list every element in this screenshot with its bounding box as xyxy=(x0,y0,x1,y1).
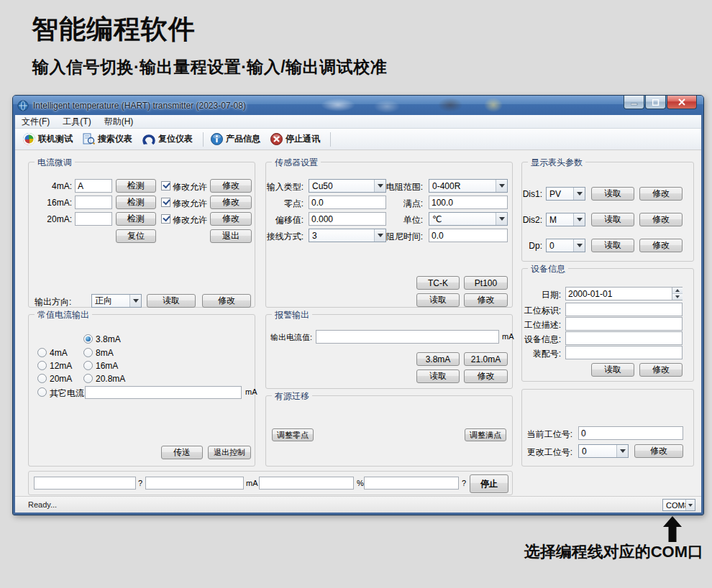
chevron-down-icon xyxy=(496,180,507,192)
radio-4ma[interactable] xyxy=(37,348,47,357)
group-alarm-output: 报警输出 输出电流值: mA 3.8mA 21.0mA 读取 修改 xyxy=(265,314,513,389)
product-info-button[interactable]: 产品信息 xyxy=(207,132,267,147)
alarm-high-button[interactable]: 21.0mA xyxy=(464,352,508,366)
zero-input[interactable] xyxy=(309,196,386,209)
monitor-value-2[interactable] xyxy=(145,477,244,490)
chevron-down-icon xyxy=(616,445,628,457)
tck-button[interactable]: TC-K xyxy=(416,276,460,290)
dis1-read-button[interactable]: 读取 xyxy=(591,187,634,201)
reset-instrument-button[interactable]: 复位仪表 xyxy=(139,132,199,147)
dp-select[interactable]: 0 xyxy=(546,239,585,252)
trim-16ma-modify-button[interactable]: 修改 xyxy=(210,196,252,209)
pt100-button[interactable]: Pt100 xyxy=(464,276,508,290)
dis2-modify-button[interactable]: 修改 xyxy=(639,213,683,226)
dp-modify-button[interactable]: 修改 xyxy=(639,239,683,252)
trim-20ma-input[interactable] xyxy=(75,212,112,226)
stop-comm-button[interactable]: 停止通讯 xyxy=(267,132,327,147)
trim-16ma-input[interactable] xyxy=(75,196,112,209)
offset-input[interactable] xyxy=(309,212,386,226)
wiring-select[interactable]: 3 xyxy=(309,229,386,242)
monitor-value-3[interactable] xyxy=(259,477,354,490)
unit-select[interactable]: ℃ xyxy=(429,212,508,226)
radio-12ma[interactable] xyxy=(37,361,47,370)
radio-16ma[interactable] xyxy=(83,361,93,370)
dis1-select[interactable]: PV xyxy=(546,187,585,201)
group-display-params: 显示表头参数 Dis1: PV 读取 修改 Dis2: M 读取 修改 Dp: … xyxy=(521,162,694,262)
trim-20ma-detect-button[interactable]: 检测 xyxy=(116,212,156,226)
output-direction-select[interactable]: 正向 xyxy=(91,294,142,308)
search-icon xyxy=(83,133,95,145)
radio-8ma[interactable] xyxy=(83,348,93,357)
alarm-current-input[interactable] xyxy=(316,330,499,344)
date-input[interactable] xyxy=(565,287,683,300)
station-desc-input[interactable] xyxy=(565,317,683,331)
monitor-value-4[interactable] xyxy=(364,477,459,490)
output-direction-modify-button[interactable]: 修改 xyxy=(202,294,251,308)
station-modify-button[interactable]: 修改 xyxy=(634,444,683,458)
date-spinner[interactable] xyxy=(672,288,683,300)
minimize-button[interactable] xyxy=(624,96,644,109)
trim-4ma-modify-button[interactable]: 修改 xyxy=(210,179,252,193)
sensor-modify-button[interactable]: 修改 xyxy=(464,293,508,307)
other-current-input[interactable] xyxy=(85,386,242,399)
trim-20ma-allow-label: 修改允许 xyxy=(173,214,207,226)
online-test-button[interactable]: 联机测试 xyxy=(19,132,79,147)
trim-reset-button[interactable]: 复位 xyxy=(116,229,156,243)
trim-20ma-modify-button[interactable]: 修改 xyxy=(210,212,252,226)
resistance-range-select[interactable]: 0-400R xyxy=(429,179,508,193)
chevron-down-icon xyxy=(573,188,585,200)
maximize-icon xyxy=(652,99,659,106)
stop-button[interactable]: 停止 xyxy=(470,474,508,493)
radio-3-8ma[interactable] xyxy=(83,334,93,344)
menu-tools[interactable]: 工具(T) xyxy=(56,115,97,128)
send-button[interactable]: 传送 xyxy=(161,446,203,459)
exit-control-button[interactable]: 退出控制 xyxy=(208,446,251,459)
trim-16ma-allow-checkbox[interactable] xyxy=(161,198,170,207)
output-direction-read-button[interactable]: 读取 xyxy=(147,294,196,308)
trim-16ma-detect-button[interactable]: 检测 xyxy=(116,196,156,209)
alarm-low-button[interactable]: 3.8mA xyxy=(416,352,460,366)
chevron-down-icon xyxy=(374,229,385,242)
adjust-full-button[interactable]: 调整满点 xyxy=(465,428,506,441)
damping-input[interactable] xyxy=(429,229,508,242)
radio-other-current[interactable] xyxy=(37,387,47,397)
adjust-zero-button[interactable]: 调整零点 xyxy=(272,428,314,441)
stop-icon xyxy=(270,133,283,145)
trim-4ma-input[interactable] xyxy=(75,179,112,193)
radio-20-8ma[interactable] xyxy=(83,374,93,383)
station-id-input[interactable] xyxy=(565,303,683,316)
sensor-read-button[interactable]: 读取 xyxy=(416,293,460,307)
chevron-down-icon xyxy=(573,239,585,252)
device-modify-button[interactable]: 修改 xyxy=(639,363,683,377)
maximize-button[interactable] xyxy=(645,96,666,109)
input-type-select[interactable]: Cu50 xyxy=(309,179,386,193)
alarm-modify-button[interactable]: 修改 xyxy=(464,369,508,383)
dp-read-button[interactable]: 读取 xyxy=(591,239,634,252)
dis1-modify-button[interactable]: 修改 xyxy=(639,187,683,201)
app-icon xyxy=(17,100,29,111)
full-input[interactable] xyxy=(429,196,508,209)
radio-20ma[interactable] xyxy=(37,374,47,383)
monitor-value-1[interactable] xyxy=(34,477,136,490)
menu-file[interactable]: 文件(F) xyxy=(15,115,56,128)
device-read-button[interactable]: 读取 xyxy=(591,363,634,377)
other-current-label: 其它电流 xyxy=(50,387,84,400)
device-desc-input[interactable] xyxy=(565,331,683,345)
trim-4ma-allow-checkbox[interactable] xyxy=(161,181,170,190)
close-button[interactable] xyxy=(667,96,697,109)
search-instrument-button[interactable]: 搜索仪表 xyxy=(79,132,139,147)
assembly-no-input[interactable] xyxy=(565,346,683,359)
change-station-select[interactable]: 0 xyxy=(578,444,629,458)
group-sensor-settings: 传感器设置 输入类型: Cu50 电阻范围: 0-400R 零点: 满点: 偏移… xyxy=(265,162,513,308)
dis2-select[interactable]: M xyxy=(546,213,585,226)
trim-16ma-label: 16mA: xyxy=(47,198,72,208)
com-port-select[interactable]: COM8 xyxy=(662,499,695,511)
trim-4ma-detect-button[interactable]: 检测 xyxy=(116,179,156,193)
alarm-read-button[interactable]: 读取 xyxy=(416,369,460,383)
annotation-text: 选择编程线对应的COM口 xyxy=(524,541,703,563)
trim-exit-button[interactable]: 退出 xyxy=(210,229,252,243)
menu-help[interactable]: 帮助(H) xyxy=(98,115,140,128)
dis2-read-button[interactable]: 读取 xyxy=(591,213,634,226)
current-station-input[interactable] xyxy=(578,426,683,440)
trim-20ma-allow-checkbox[interactable] xyxy=(161,214,170,224)
